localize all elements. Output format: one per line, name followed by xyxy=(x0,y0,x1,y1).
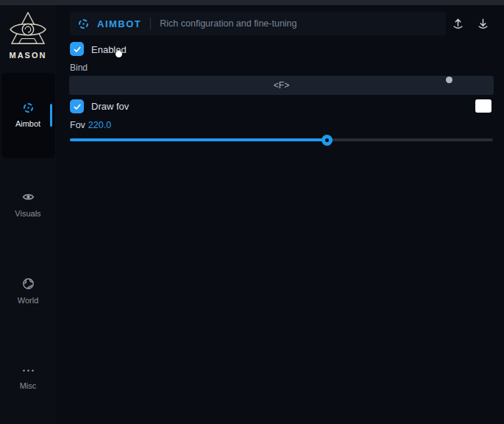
header-divider xyxy=(150,18,151,29)
fov-slider[interactable] xyxy=(70,134,493,146)
sidebar-item-label: Aimbot xyxy=(0,119,56,128)
sidebar-item-misc[interactable]: Misc xyxy=(0,365,56,390)
draw-fov-label: Draw fov xyxy=(91,101,129,112)
enabled-checkbox[interactable] xyxy=(70,42,84,56)
eye-icon xyxy=(22,191,35,206)
keybind-input[interactable]: <F> xyxy=(69,76,494,95)
download-icon xyxy=(477,18,489,30)
sidebar-item-world[interactable]: World xyxy=(0,278,56,305)
check-icon xyxy=(73,45,82,54)
sidebar-item-label: World xyxy=(0,296,56,305)
crosshair-icon xyxy=(77,18,90,30)
secondary-cursor-dot xyxy=(446,77,452,83)
crosshair-icon xyxy=(22,102,35,117)
check-icon xyxy=(73,102,82,111)
bind-label: Bind xyxy=(70,63,88,73)
sidebar: MASON Aimbot Visuals xyxy=(0,5,56,424)
keybind-value: <F> xyxy=(274,80,289,91)
logo: MASON xyxy=(0,11,56,60)
slider-thumb[interactable] xyxy=(322,135,333,146)
sidebar-item-label: Misc xyxy=(0,381,56,390)
fov-label-text: Fov xyxy=(70,120,85,130)
fov-value: 220.0 xyxy=(88,120,111,130)
fov-label: Fov220.0 xyxy=(70,120,111,130)
window-top-edge xyxy=(0,0,504,5)
page-title: AIMBOT xyxy=(97,18,141,29)
globe-icon xyxy=(22,278,35,293)
page-subtitle: Rich configuration and fine-tuning xyxy=(160,18,297,29)
slider-fill xyxy=(70,138,327,141)
sidebar-item-aimbot[interactable]: Aimbot xyxy=(0,102,56,128)
page-header: AIMBOT Rich configuration and fine-tunin… xyxy=(70,12,446,35)
brand-name: MASON xyxy=(0,51,56,60)
draw-fov-checkbox[interactable] xyxy=(70,99,84,113)
mason-pyramid-eye-icon xyxy=(10,11,46,49)
download-config-button[interactable] xyxy=(473,14,492,33)
mouse-cursor-dot xyxy=(116,51,122,57)
sidebar-item-label: Visuals xyxy=(0,209,56,218)
ellipsis-icon xyxy=(22,365,35,378)
upload-config-button[interactable] xyxy=(448,14,467,33)
app-window: MASON Aimbot Visuals xyxy=(0,0,504,424)
upload-icon xyxy=(452,18,464,30)
sidebar-item-visuals[interactable]: Visuals xyxy=(0,191,56,218)
fov-color-swatch[interactable] xyxy=(475,99,491,113)
